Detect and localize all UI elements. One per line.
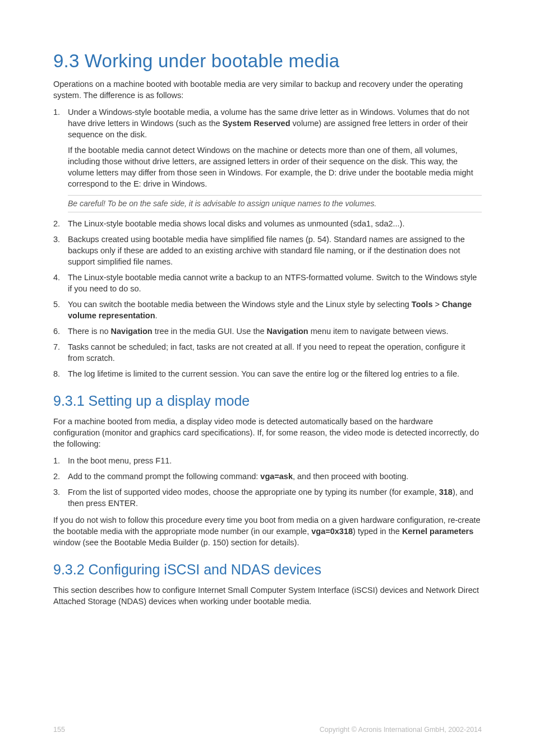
text: menu item to navigate between views. xyxy=(308,327,449,336)
text: window (see the Bootable Media Builder (… xyxy=(53,538,299,547)
text: > xyxy=(432,300,442,309)
heading-9-3-1: 9.3.1 Setting up a display mode xyxy=(53,393,482,409)
list-item: You can switch the bootable media betwee… xyxy=(53,299,482,321)
bold-text: 318 xyxy=(439,488,453,497)
intro-9-3-2: This section describes how to configure … xyxy=(53,585,482,607)
bold-text: vga=0x318 xyxy=(311,527,353,536)
list-item: From the list of supported video modes, … xyxy=(53,486,482,509)
text: . xyxy=(155,311,158,320)
list-item: There is no Navigation tree in the media… xyxy=(53,326,482,337)
bold-text: Navigation xyxy=(111,327,153,336)
page-container: 9.3 Working under bootable media Operati… xyxy=(0,0,535,756)
heading-9-3: 9.3 Working under bootable media xyxy=(53,50,482,72)
bold-text: System Reserved xyxy=(223,119,290,128)
text: tree in the media GUI. Use the xyxy=(153,327,267,336)
intro-9-3-1: For a machine booted from media, a displ… xyxy=(53,416,482,449)
list-9-3-cont: The Linux-style bootable media shows loc… xyxy=(53,218,482,379)
bold-text: vga=ask xyxy=(260,472,293,481)
text: , and then proceed with booting. xyxy=(293,472,408,481)
text: Add to the command prompt the following … xyxy=(68,472,260,481)
list-9-3-1: In the boot menu, press F11. Add to the … xyxy=(53,455,482,509)
page-number: 155 xyxy=(53,726,65,734)
list-item: The Linux-style bootable media cannot wr… xyxy=(53,272,482,294)
list-item: Backups created using bootable media hav… xyxy=(53,234,482,267)
text: There is no xyxy=(68,327,111,336)
intro-9-3: Operations on a machine booted with boot… xyxy=(53,78,482,101)
list-item: Add to the command prompt the following … xyxy=(53,471,482,482)
note-box: Be careful! To be on the safe side, it i… xyxy=(68,195,482,212)
bold-text: Navigation xyxy=(267,327,308,336)
copyright-text: Copyright © Acronis International GmbH, … xyxy=(320,726,482,734)
text: ) typed in the xyxy=(353,527,402,536)
closing-para-9-3-1: If you do not wish to follow this proced… xyxy=(53,514,482,548)
text: You can switch the bootable media betwee… xyxy=(68,300,412,309)
list-item: Tasks cannot be scheduled; in fact, task… xyxy=(53,341,482,364)
list-item: The log lifetime is limited to the curre… xyxy=(53,368,482,379)
list-item: Under a Windows-style bootable media, a … xyxy=(53,106,482,189)
page-footer: 155 Copyright © Acronis International Gm… xyxy=(53,726,482,734)
list-9-3: Under a Windows-style bootable media, a … xyxy=(53,106,482,189)
bold-text: Kernel parameters xyxy=(402,527,473,536)
text: From the list of supported video modes, … xyxy=(68,488,439,497)
sub-paragraph: If the bootable media cannot detect Wind… xyxy=(68,145,482,189)
bold-text: Tools xyxy=(412,300,433,309)
heading-9-3-2: 9.3.2 Configuring iSCSI and NDAS devices xyxy=(53,562,482,578)
list-item: The Linux-style bootable media shows loc… xyxy=(53,218,482,229)
list-item: In the boot menu, press F11. xyxy=(53,455,482,466)
